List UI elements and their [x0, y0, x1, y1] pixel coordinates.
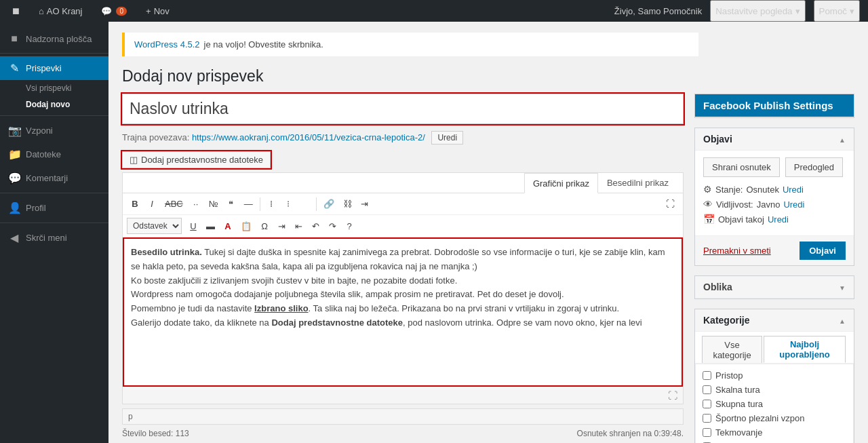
- chevron-down-icon: ▾: [795, 6, 800, 16]
- comments-button[interactable]: 💬 0: [97, 0, 131, 22]
- sidebar-item-comments[interactable]: 💬 Komentarji: [0, 166, 108, 190]
- visibility-edit-link[interactable]: Uredi: [783, 199, 804, 210]
- plus-icon: +: [146, 6, 151, 16]
- toolbar-font-color[interactable]: A: [220, 218, 236, 234]
- category-checkbox[interactable]: [703, 400, 711, 408]
- category-checkbox[interactable]: [703, 414, 711, 423]
- toolbar-redo[interactable]: ↷: [324, 218, 340, 234]
- category-checkbox[interactable]: [703, 428, 711, 437]
- resize-icon-button[interactable]: ⛶: [667, 389, 679, 402]
- sidebar-item-library[interactable]: 📁 Datoteke: [0, 142, 108, 166]
- editor-content[interactable]: Besedilo utrinka. Tukej si dajte duška i…: [123, 237, 683, 387]
- toolbar-italic[interactable]: I: [144, 196, 160, 212]
- publish-btn-row: Shrani osnutek Predogled: [703, 157, 846, 177]
- admin-bar: ■ ⌂ AO Kranj 💬 0 + Nov Živjo, Samo Pomoč…: [0, 0, 868, 22]
- toolbar-ul[interactable]: ∙∙: [188, 196, 204, 212]
- category-checkbox[interactable]: [703, 371, 711, 380]
- post-title-input[interactable]: [122, 94, 684, 124]
- category-label[interactable]: Skalna tura: [715, 385, 760, 395]
- sidebar-subitem-add-new[interactable]: Dodaj novo: [0, 96, 108, 113]
- menu-separator-3: [0, 193, 108, 193]
- publish-button[interactable]: Objavi: [800, 242, 846, 260]
- category-checkbox[interactable]: [703, 385, 711, 394]
- sidebar-item-profile[interactable]: 👤 Profil: [0, 196, 108, 220]
- toolbar-sep-2: [316, 197, 317, 211]
- toolbar-row-2: Odstavek U ▬ A 📋 Ω ⇥ ⇤ ↶ ↷ ?: [123, 215, 683, 237]
- categories-panel: Kategorije Vse kategorije Najbolj uporab…: [694, 309, 854, 443]
- status-edit-link[interactable]: Uredi: [783, 185, 804, 195]
- toolbar-ol[interactable]: №: [205, 196, 222, 212]
- cat-tab-popular[interactable]: Najbolj uporabljeno: [764, 336, 846, 363]
- toolbar-help[interactable]: ?: [341, 218, 357, 234]
- greeting-text: Živjo, Samo Pomočnik: [614, 6, 702, 16]
- categories-panel-toggle[interactable]: [839, 315, 846, 326]
- format-panel: Oblika: [694, 275, 854, 299]
- visibility-icon: 👁: [703, 199, 713, 210]
- publish-on-edit-link[interactable]: Uredi: [768, 214, 789, 225]
- toolbar-blockquote[interactable]: ❝: [223, 196, 239, 212]
- delete-button[interactable]: Premakni v smeti: [703, 246, 771, 256]
- categories-tabs: Vse kategorije Najbolj uporabljeno: [695, 332, 854, 364]
- editor-tabs: Grafični prikaz Besedilni prikaz: [123, 173, 683, 193]
- toolbar-bold[interactable]: B: [127, 196, 143, 212]
- category-label[interactable]: Skupna tura: [715, 399, 763, 409]
- permalink-url[interactable]: https://www.aokranj.com/2016/05/11/vezic…: [192, 132, 425, 142]
- comments-icon: 💬: [101, 6, 112, 16]
- permalink-edit-button[interactable]: Uredi: [431, 131, 463, 145]
- toolbar-omega[interactable]: Ω: [256, 218, 273, 234]
- site-name-button[interactable]: ⌂ AO Kranj: [35, 0, 87, 22]
- format-select[interactable]: Odstavek: [127, 218, 182, 234]
- editor-wrap: Grafični prikaz Besedilni prikaz B I ABC…: [122, 172, 684, 404]
- list-item: Tekmovanje: [703, 425, 846, 440]
- menu-separator-4: [0, 223, 108, 223]
- visibility-row: 👁 Vidljivost: Javno Uredi: [703, 199, 846, 210]
- posts-icon: ✎: [8, 62, 20, 75]
- toolbar-align-center[interactable]: ⁝: [280, 196, 296, 212]
- comments-sidebar-icon: 💬: [8, 172, 20, 185]
- profile-icon: 👤: [8, 201, 20, 214]
- wp-logo-button[interactable]: ■: [8, 0, 24, 22]
- toolbar-align-right[interactable]: [297, 196, 313, 212]
- permalink-label: Trajna povezava:: [122, 132, 189, 142]
- format-panel-toggle[interactable]: [839, 282, 846, 292]
- category-label[interactable]: Športno plezalni vzpon: [715, 413, 805, 423]
- save-draft-button[interactable]: Shrani osnutek: [703, 157, 780, 177]
- editor-tab-buttons: Grafični prikaz Besedilni prikaz: [524, 173, 677, 193]
- category-label[interactable]: Pristop: [715, 370, 743, 381]
- add-media-button[interactable]: ◫ Dodaj predstavnostne datoteke: [122, 151, 271, 168]
- sidebar-item-media[interactable]: 📷 Vzponi: [0, 119, 108, 142]
- publish-panel-title: Objavi: [703, 134, 732, 145]
- sidebar-subitem-all-posts[interactable]: Vsi prispevki: [0, 80, 108, 96]
- notice-link[interactable]: WordPress 4.5.2: [134, 39, 200, 50]
- toolbar-align-left[interactable]: ⁞: [263, 196, 279, 212]
- view-settings-button[interactable]: Nastavitve pogleda ▾: [710, 0, 805, 22]
- toolbar-paste[interactable]: 📋: [237, 218, 256, 234]
- category-label[interactable]: Tekmovanje: [715, 427, 762, 438]
- toolbar-strikethrough[interactable]: ABC: [161, 196, 187, 212]
- sidebar-item-dashboard[interactable]: ■ Nadzorna plošča: [0, 27, 108, 50]
- sidebar-item-posts[interactable]: ✎ Prispevki: [0, 56, 108, 80]
- publish-panel-toggle[interactable]: [839, 134, 846, 145]
- toolbar-outdent[interactable]: ⇤: [290, 218, 307, 234]
- new-item-button[interactable]: + Nov: [142, 0, 174, 22]
- tab-visual[interactable]: Grafični prikaz: [524, 173, 598, 193]
- toolbar-underline[interactable]: U: [185, 218, 201, 234]
- toolbar-unlink[interactable]: ⛓: [339, 196, 356, 212]
- editor-para-4: Pomembno je tudi da nastavite Izbrano sl…: [131, 302, 675, 316]
- sidebar-item-collapse[interactable]: ◀ Skrči meni: [0, 226, 108, 250]
- toolbar-link[interactable]: 🔗: [319, 196, 338, 212]
- tab-text[interactable]: Besedilni prikaz: [598, 173, 677, 193]
- toolbar-undo[interactable]: ↶: [307, 218, 323, 234]
- toolbar-indent2[interactable]: ⇥: [273, 218, 290, 234]
- sidebar-label-library: Datoteke: [26, 149, 61, 159]
- editor-para-2: Ko boste zaključili z izlivanjem svojih …: [131, 274, 675, 288]
- word-count-bar: Število besed: 113 Osnutek shranjen na 0…: [122, 429, 684, 438]
- toolbar-fullscreen[interactable]: ⛶: [662, 196, 679, 212]
- preview-button[interactable]: Predogled: [785, 157, 843, 177]
- toolbar-justify[interactable]: ▬: [202, 218, 219, 234]
- word-count-label: Število besed: 113: [122, 429, 189, 438]
- toolbar-hr[interactable]: —: [240, 196, 257, 212]
- toolbar-indent[interactable]: ⇥: [357, 196, 373, 212]
- help-button[interactable]: Pomoč ▾: [814, 0, 860, 22]
- cat-tab-all[interactable]: Vse kategorije: [702, 336, 762, 363]
